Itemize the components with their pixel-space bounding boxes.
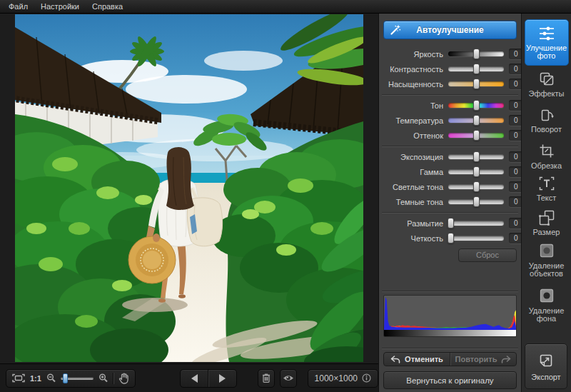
photo-canvas[interactable] [15, 14, 363, 362]
saturation-slider-row: Насыщенность 0 [383, 76, 517, 91]
crop-icon [538, 144, 555, 159]
exposure-slider[interactable] [448, 154, 504, 159]
tab-text[interactable]: Текст [525, 176, 569, 202]
contrast-slider-handle[interactable] [473, 64, 480, 74]
export-icon [537, 351, 555, 370]
zoom-slider[interactable] [61, 377, 94, 380]
info-icon[interactable] [362, 373, 371, 383]
canvas-area: 1:1 [0, 14, 378, 392]
highlights-slider[interactable] [448, 184, 504, 189]
undo-arrow-icon [390, 356, 400, 363]
tab-effects-label: Эффекты [528, 90, 564, 98]
restore-original-button[interactable]: Вернуться к оригиналу [383, 371, 517, 389]
menu-help[interactable]: Справка [86, 0, 129, 13]
delete-image-button[interactable] [258, 369, 275, 388]
previous-image-button[interactable] [181, 370, 208, 387]
tint-slider-row: Оттенок 0 [383, 128, 517, 143]
actual-size-button[interactable]: 1:1 [30, 374, 41, 383]
zoom-in-icon [98, 373, 108, 383]
histogram-plot [384, 296, 516, 330]
menu-settings[interactable]: Настройки [34, 0, 86, 13]
temperature-slider[interactable] [448, 118, 504, 123]
tab-resize-label: Размер [533, 228, 560, 236]
hue-slider[interactable] [448, 103, 504, 108]
gamma-label: Гамма [383, 168, 448, 176]
saturation-slider[interactable] [448, 81, 504, 86]
tab-enhance-photo[interactable]: Улучшение фото [525, 19, 569, 66]
sharpness-slider[interactable] [448, 236, 504, 241]
brightness-slider-handle[interactable] [473, 49, 480, 59]
redo-button[interactable]: Повторить [450, 353, 516, 366]
shadows-slider-row: Темные тона 0 [383, 194, 517, 209]
next-image-button[interactable] [208, 370, 236, 387]
tab-rotate[interactable]: Поворот [525, 107, 569, 134]
tab-background-removal[interactable]: Удаление фона [525, 288, 569, 323]
hand-tool-button[interactable] [118, 373, 129, 384]
group-separator [382, 94, 518, 95]
fit-screen-icon [12, 373, 25, 383]
group-separator [382, 348, 518, 348]
adjust-sliders-icon [537, 26, 556, 41]
highlights-slider-row: Светлые тона 0 [383, 179, 517, 194]
temperature-slider-handle[interactable] [473, 115, 480, 126]
tab-background-removal-label: Удаление фона [525, 307, 569, 323]
tab-resize[interactable]: Размер [525, 210, 569, 236]
shadows-slider[interactable] [448, 199, 504, 204]
exposure-slider-handle[interactable] [473, 151, 480, 162]
redo-label: Повторить [455, 355, 497, 363]
tab-crop[interactable]: Обрезка [525, 144, 569, 170]
gamma-slider-handle[interactable] [473, 166, 480, 177]
text-icon [538, 176, 555, 191]
blur-slider-handle[interactable] [448, 218, 454, 228]
reset-button[interactable]: Сброс [458, 248, 517, 262]
group-separator [382, 212, 518, 213]
image-size-indicator: 1000×1000 [308, 369, 378, 388]
sharpness-slider-handle[interactable] [448, 233, 454, 243]
auto-enhance-button[interactable]: Автоулучшение [383, 21, 517, 39]
zoom-out-icon [46, 373, 56, 383]
zoom-out-button[interactable] [46, 373, 56, 383]
highlights-label: Светлые тона [383, 183, 448, 191]
zoom-in-button[interactable] [98, 373, 108, 383]
hue-slider-row: Тон 0 [383, 98, 517, 113]
blur-slider[interactable] [448, 221, 504, 226]
undo-label: Отменить [405, 355, 443, 363]
undo-button[interactable]: Отменить [384, 353, 450, 366]
background-removal-icon [538, 288, 555, 304]
contrast-slider[interactable] [448, 66, 504, 71]
gamma-slider[interactable] [448, 169, 504, 174]
brightness-slider[interactable] [448, 51, 504, 56]
menu-file[interactable]: Файл [2, 0, 34, 13]
tint-slider[interactable] [448, 133, 504, 138]
magic-wand-icon [390, 24, 401, 36]
object-removal-icon [538, 243, 555, 259]
shadows-slider-handle[interactable] [473, 196, 480, 207]
saturation-slider-handle[interactable] [473, 79, 480, 89]
group-separator [382, 291, 518, 291]
compare-original-button[interactable] [280, 369, 297, 388]
tab-object-removal[interactable]: Удаление объектов [525, 243, 569, 278]
auto-enhance-label: Автоулучшение [416, 25, 483, 35]
tab-effects[interactable]: Эффекты [525, 71, 569, 98]
contrast-label: Контрастность [383, 65, 448, 74]
export-label: Экспорт [531, 373, 560, 381]
zoom-slider-handle[interactable] [63, 373, 68, 383]
hand-icon [118, 373, 129, 384]
tab-text-label: Текст [537, 194, 557, 202]
status-bar: 1:1 [0, 363, 378, 392]
enhance-panel: Автоулучшение Яркость 0 Контрастность 0 … [378, 14, 521, 392]
fit-to-screen-button[interactable] [12, 373, 25, 383]
trash-icon [261, 373, 271, 383]
temperature-label: Температура [383, 116, 448, 125]
hue-slider-handle[interactable] [473, 100, 480, 111]
group-separator [382, 146, 518, 146]
previous-arrow-icon [191, 374, 198, 383]
gamma-slider-row: Гамма 0 [383, 164, 517, 179]
exposure-label: Экспозиция [383, 153, 448, 161]
sharpness-slider-row: Четкость 0 [383, 231, 517, 246]
hue-label: Тон [383, 101, 448, 110]
export-button[interactable]: Экспорт [525, 343, 567, 389]
temperature-slider-row: Температура 0 [383, 113, 517, 128]
tint-slider-handle[interactable] [473, 130, 480, 141]
highlights-slider-handle[interactable] [473, 181, 480, 192]
